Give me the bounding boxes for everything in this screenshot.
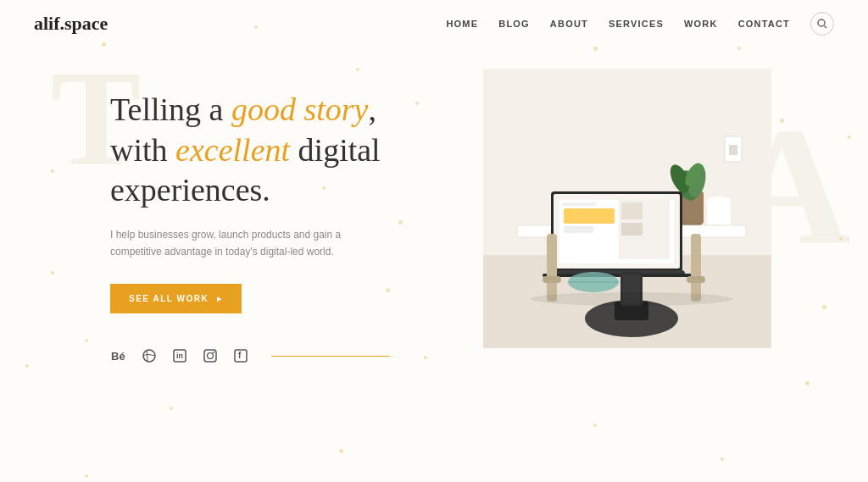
nav-home[interactable]: HOME [446,19,478,29]
svg-text:Bé: Bé [111,350,125,362]
svg-rect-40 [542,276,561,283]
hero-line2-before: with [110,132,175,168]
nav-services[interactable]: SERVICES [609,19,664,29]
desk-illustration [483,69,771,348]
svg-point-0 [818,19,825,26]
hero-line1-after: , [368,91,376,127]
cta-arrow: ▸ [217,294,223,303]
svg-line-1 [825,26,827,29]
cta-label: SEE ALL WORK [129,294,209,303]
social-icons: Bé in [110,347,432,364]
main-content: Telling a good story, with excellent dig… [0,47,868,364]
logo-brand: alif. [34,13,64,34]
svg-rect-32 [621,202,643,219]
cta-button[interactable]: SEE ALL WORK ▸ [110,284,242,313]
svg-text:f: f [238,351,242,360]
svg-rect-33 [621,223,643,235]
svg-rect-30 [564,226,593,233]
hero-line3: experiences. [110,172,270,208]
svg-rect-35 [542,274,692,277]
nav-about[interactable]: ABOUT [550,19,588,29]
svg-point-3 [143,350,155,362]
svg-rect-28 [562,202,596,206]
svg-rect-39 [691,234,701,302]
nav-contact[interactable]: CONTACT [738,19,790,29]
svg-point-23 [707,197,731,203]
nav-blog[interactable]: BLOG [498,19,530,29]
svg-point-46 [530,292,733,306]
main-nav: HOME BLOG ABOUT SERVICES WORK CONTACT [446,12,834,36]
logo[interactable]: alif.space [34,13,108,35]
hero-title: Telling a good story, with excellent dig… [110,90,432,211]
svg-rect-29 [564,208,615,224]
hero-line1-before: Telling a [110,91,231,127]
logo-suffix: space [64,13,108,34]
instagram-icon[interactable] [202,347,219,364]
nav-work[interactable]: WORK [684,19,718,29]
behance-icon[interactable]: Bé [110,347,127,364]
hero-highlight-good-story: good story [231,91,369,127]
hero-highlight-excellent: excellent [175,132,290,168]
svg-text:in: in [176,352,183,360]
facebook-icon[interactable]: f [232,347,249,364]
dribbble-icon[interactable] [141,347,158,364]
svg-rect-15 [729,145,737,155]
svg-rect-22 [707,200,731,225]
svg-rect-6 [204,350,216,362]
hero-line2-after: digital [290,132,381,168]
search-icon [817,19,827,29]
hero-image-container [483,69,771,348]
svg-rect-38 [547,234,557,302]
social-divider-line [271,356,390,357]
hero-text: Telling a good story, with excellent dig… [110,73,432,364]
search-button[interactable] [810,12,834,36]
linkedin-icon[interactable]: in [171,347,188,364]
hero-image [483,69,771,348]
hero-subtitle: I help businesses grow, launch products … [110,226,348,261]
svg-point-8 [213,352,214,353]
svg-point-7 [208,353,214,359]
header: alif.space HOME BLOG ABOUT SERVICES WORK… [0,0,868,47]
svg-rect-41 [687,276,705,283]
